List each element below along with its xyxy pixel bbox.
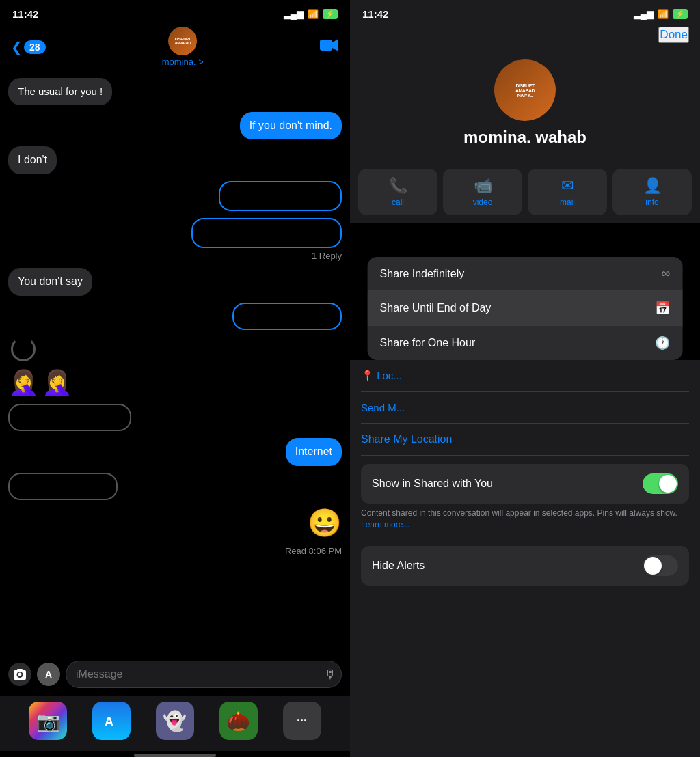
show-in-shared-label: Show in Shared with You: [372, 478, 493, 490]
signal-icon: ▂▄▆: [284, 9, 304, 19]
info-section: 📍 Loc... Send M... Share My Location Sho…: [350, 360, 700, 757]
location-label: 📍 Loc...: [361, 370, 402, 382]
toggle-knob: [644, 557, 662, 575]
call-button[interactable]: 📞 call: [358, 169, 438, 215]
message-bubble: Internet: [286, 438, 342, 466]
app-dock: 📷 A 👻 🌰 ···: [0, 696, 350, 751]
video-label: video: [473, 197, 493, 207]
send-my-location-row[interactable]: Send M...: [361, 392, 689, 424]
calendar-icon: 📅: [655, 301, 670, 316]
map-section: Share Indefinitely ∞ Share Until End of …: [350, 223, 700, 360]
wifi-icon: 📶: [308, 9, 319, 19]
video-call-button[interactable]: [320, 38, 339, 57]
message-bubble: [191, 218, 342, 248]
message-input-bar: A 🎙: [0, 655, 350, 696]
left-status-bar: 11:42 ▂▄▆ 📶 ⚡: [0, 0, 350, 24]
message-bubble: [8, 404, 131, 431]
contact-avatar-small: DISRUPTAMABAD: [168, 27, 197, 55]
camera-button[interactable]: [8, 663, 31, 686]
dock-more-icon[interactable]: ···: [283, 702, 321, 740]
message-bubble: The usual for you !: [8, 78, 112, 105]
location-options: 📍 Loc... Send M...: [361, 360, 689, 424]
hide-alerts-row[interactable]: Hide Alerts: [361, 546, 689, 586]
share-my-location-button[interactable]: Share My Location: [361, 424, 689, 456]
share-my-location-label: Share My Location: [361, 433, 452, 445]
mail-label: mail: [560, 197, 575, 207]
message-input-wrapper: 🎙: [66, 661, 342, 688]
back-count-badge[interactable]: 28: [24, 40, 46, 54]
contact-name-nav[interactable]: momina. >: [162, 57, 204, 67]
left-time: 11:42: [12, 8, 38, 20]
mail-icon: ✉: [561, 177, 574, 195]
share-end-of-day-option[interactable]: Share Until End of Day 📅: [368, 291, 683, 326]
done-button[interactable]: Done: [658, 27, 689, 43]
dock-photos-icon[interactable]: 📷: [29, 702, 67, 740]
emoji-message: 🤦‍♀️🤦‍♀️: [8, 368, 72, 397]
message-bubble: [8, 473, 118, 500]
share-indefinitely-option[interactable]: Share Indefinitely ∞: [368, 257, 683, 291]
share-one-hour-label: Share for One Hour: [380, 337, 476, 349]
show-in-shared-toggle[interactable]: [643, 473, 678, 494]
mail-button[interactable]: ✉ mail: [528, 169, 607, 215]
battery-icon: ⚡: [323, 9, 338, 19]
wifi-icon: 📶: [658, 9, 669, 19]
call-label: call: [392, 197, 404, 207]
dock-appstore-icon[interactable]: A: [92, 702, 131, 740]
imessage-panel: 11:42 ▂▄▆ 📶 ⚡ ❮ 28 DISRUPTAMABAD momina.…: [0, 0, 350, 757]
read-receipt: Read 8:06 PM: [285, 546, 342, 556]
svg-rect-0: [320, 40, 332, 51]
show-in-shared-row[interactable]: Show in Shared with You: [361, 464, 689, 504]
toggle-knob: [659, 475, 677, 493]
right-nav-bar: Done: [350, 24, 700, 49]
chevron-left-icon: ❮: [11, 39, 23, 55]
signal-icon: ▂▄▆: [634, 9, 654, 19]
hide-alerts-toggle[interactable]: [643, 555, 678, 576]
battery-icon: ⚡: [673, 9, 688, 19]
message-bubble: [219, 181, 342, 211]
message-bubble: If you don't mind.: [240, 112, 342, 140]
dock-ghost-icon[interactable]: 👻: [156, 702, 194, 740]
action-buttons-row: 📞 call 📹 video ✉ mail 👤 info: [350, 161, 700, 223]
appstore-button[interactable]: A: [37, 663, 60, 686]
share-indefinitely-label: Share Indefinitely: [380, 268, 465, 280]
clock-icon: 🕐: [655, 335, 670, 350]
current-location-row[interactable]: 📍 Loc...: [361, 360, 689, 392]
message-input[interactable]: [66, 661, 342, 688]
info-person-icon: 👤: [643, 177, 662, 195]
profile-avatar: DISRUPTAMABADNAIYY...: [494, 59, 556, 121]
home-indicator: [134, 754, 216, 757]
right-status-bar: 11:42 ▂▄▆ 📶 ⚡: [350, 0, 700, 24]
right-time: 11:42: [362, 8, 388, 20]
share-end-of-day-label: Share Until End of Day: [380, 302, 492, 314]
svg-text:A: A: [105, 715, 113, 728]
contact-header[interactable]: DISRUPTAMABAD momina. >: [162, 27, 204, 67]
left-nav-bar: ❮ 28 DISRUPTAMABAD momina. >: [0, 24, 350, 72]
dock-acorn-icon[interactable]: 🌰: [219, 702, 258, 740]
infinity-icon: ∞: [662, 266, 671, 281]
message-bubble: You don't say: [8, 268, 92, 296]
profile-section: DISRUPTAMABADNAIYY... momina. wahab: [350, 49, 700, 161]
right-status-icons: ▂▄▆ 📶 ⚡: [634, 9, 688, 19]
learn-more-link[interactable]: Learn more...: [361, 520, 409, 529]
hide-alerts-label: Hide Alerts: [372, 560, 425, 572]
loading-indicator: [11, 337, 36, 361]
show-in-shared-desc: Content shared in this conversation will…: [361, 508, 689, 539]
profile-name: momina. wahab: [463, 128, 587, 147]
reply-label: 1 Reply: [312, 251, 342, 261]
video-icon: 📹: [474, 177, 492, 195]
messages-area: The usual for you ! If you don't mind. I…: [0, 72, 350, 655]
share-one-hour-option[interactable]: Share for One Hour 🕐: [368, 326, 683, 360]
phone-icon: 📞: [389, 177, 407, 195]
info-label: info: [645, 197, 658, 207]
svg-marker-1: [332, 39, 338, 51]
audio-record-button[interactable]: 🎙: [324, 667, 336, 682]
send-location-label: Send M...: [361, 402, 405, 413]
message-bubble: I don't: [8, 146, 57, 174]
location-share-menu: Share Indefinitely ∞ Share Until End of …: [368, 257, 683, 360]
left-status-icons: ▂▄▆ 📶 ⚡: [284, 9, 338, 19]
video-button[interactable]: 📹 video: [443, 169, 522, 215]
info-button[interactable]: 👤 info: [612, 169, 692, 215]
emoji-message: 😀: [308, 507, 342, 539]
back-button[interactable]: ❮ 28: [11, 39, 46, 55]
message-bubble: [232, 303, 342, 330]
